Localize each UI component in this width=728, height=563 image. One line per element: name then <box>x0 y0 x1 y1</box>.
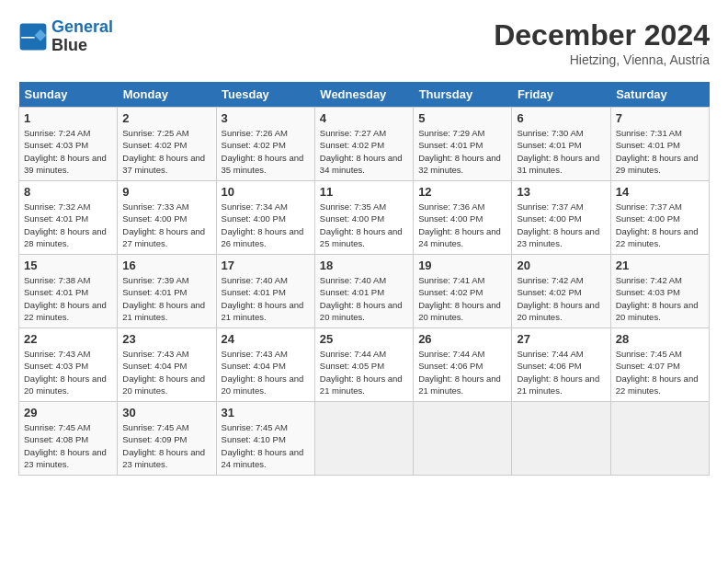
day-number: 7 <box>616 111 704 125</box>
weekday-header-tuesday: Tuesday <box>216 82 314 108</box>
day-number: 20 <box>517 259 605 272</box>
day-info: Sunrise: 7:36 AMSunset: 4:00 PMDaylight:… <box>418 201 506 249</box>
weekday-header-wednesday: Wednesday <box>314 82 413 108</box>
calendar-cell: 4 Sunrise: 7:27 AMSunset: 4:02 PMDayligh… <box>314 108 413 181</box>
weekday-header-row: SundayMondayTuesdayWednesdayThursdayFrid… <box>19 82 710 108</box>
day-info: Sunrise: 7:44 AMSunset: 4:06 PMDaylight:… <box>517 348 605 396</box>
logo-icon <box>18 22 48 52</box>
day-number: 18 <box>320 259 408 272</box>
weekday-header-friday: Friday <box>512 82 610 108</box>
calendar-cell: 13 Sunrise: 7:37 AMSunset: 4:00 PMDaylig… <box>512 181 610 255</box>
calendar-cell: 30 Sunrise: 7:45 AMSunset: 4:09 PMDaylig… <box>118 402 216 476</box>
day-number: 24 <box>222 332 310 346</box>
logo-text: General Blue <box>51 18 113 55</box>
day-info: Sunrise: 7:34 AMSunset: 4:00 PMDaylight:… <box>222 201 310 249</box>
weekday-header-sunday: Sunday <box>19 82 118 108</box>
day-info: Sunrise: 7:39 AMSunset: 4:01 PMDaylight:… <box>122 274 210 323</box>
logo: General Blue <box>18 18 113 55</box>
day-info: Sunrise: 7:33 AMSunset: 4:00 PMDaylight:… <box>122 201 210 249</box>
calendar-week-row: 29 Sunrise: 7:45 AMSunset: 4:08 PMDaylig… <box>19 402 710 476</box>
calendar-cell: 5 Sunrise: 7:29 AMSunset: 4:01 PMDayligh… <box>414 108 512 181</box>
calendar-cell: 25 Sunrise: 7:44 AMSunset: 4:05 PMDaylig… <box>314 328 413 402</box>
calendar-cell: 15 Sunrise: 7:38 AMSunset: 4:01 PMDaylig… <box>19 255 118 328</box>
day-number: 14 <box>616 185 704 199</box>
calendar-cell: 20 Sunrise: 7:42 AMSunset: 4:02 PMDaylig… <box>512 255 610 328</box>
calendar-cell: 23 Sunrise: 7:43 AMSunset: 4:04 PMDaylig… <box>118 328 216 402</box>
calendar-cell: 18 Sunrise: 7:40 AMSunset: 4:01 PMDaylig… <box>314 255 413 328</box>
calendar-cell: 2 Sunrise: 7:25 AMSunset: 4:02 PMDayligh… <box>118 108 216 181</box>
calendar-week-row: 15 Sunrise: 7:38 AMSunset: 4:01 PMDaylig… <box>19 255 710 328</box>
day-number: 19 <box>418 259 506 272</box>
day-info: Sunrise: 7:29 AMSunset: 4:01 PMDaylight:… <box>418 127 506 176</box>
calendar-cell: 22 Sunrise: 7:43 AMSunset: 4:03 PMDaylig… <box>19 328 118 402</box>
calendar-week-row: 1 Sunrise: 7:24 AMSunset: 4:03 PMDayligh… <box>19 108 710 181</box>
day-info: Sunrise: 7:43 AMSunset: 4:03 PMDaylight:… <box>24 348 112 396</box>
day-number: 8 <box>24 185 112 199</box>
day-number: 15 <box>24 259 112 272</box>
day-number: 6 <box>517 111 605 125</box>
day-number: 3 <box>222 111 310 125</box>
day-info: Sunrise: 7:35 AMSunset: 4:00 PMDaylight:… <box>320 201 408 249</box>
calendar-cell <box>314 402 413 476</box>
day-number: 31 <box>222 406 310 419</box>
day-number: 11 <box>320 185 408 199</box>
day-number: 23 <box>122 332 210 346</box>
page-header: General Blue December 2024 Hietzing, Vie… <box>18 18 710 67</box>
day-info: Sunrise: 7:24 AMSunset: 4:03 PMDaylight:… <box>24 127 112 176</box>
day-info: Sunrise: 7:45 AMSunset: 4:10 PMDaylight:… <box>222 421 310 470</box>
logo-line2: Blue <box>51 37 113 55</box>
calendar-cell: 10 Sunrise: 7:34 AMSunset: 4:00 PMDaylig… <box>216 181 314 255</box>
calendar-cell: 27 Sunrise: 7:44 AMSunset: 4:06 PMDaylig… <box>512 328 610 402</box>
day-number: 22 <box>24 332 112 346</box>
day-info: Sunrise: 7:41 AMSunset: 4:02 PMDaylight:… <box>418 274 506 323</box>
day-number: 17 <box>222 259 310 272</box>
calendar-cell: 11 Sunrise: 7:35 AMSunset: 4:00 PMDaylig… <box>314 181 413 255</box>
weekday-header-saturday: Saturday <box>610 82 709 108</box>
calendar-week-row: 8 Sunrise: 7:32 AMSunset: 4:01 PMDayligh… <box>19 181 710 255</box>
day-info: Sunrise: 7:30 AMSunset: 4:01 PMDaylight:… <box>517 127 605 176</box>
day-number: 10 <box>222 185 310 199</box>
day-info: Sunrise: 7:45 AMSunset: 4:08 PMDaylight:… <box>24 421 112 470</box>
day-info: Sunrise: 7:42 AMSunset: 4:03 PMDaylight:… <box>616 274 704 323</box>
day-number: 13 <box>517 185 605 199</box>
calendar-cell: 29 Sunrise: 7:45 AMSunset: 4:08 PMDaylig… <box>19 402 118 476</box>
logo-line1: General <box>51 17 113 36</box>
day-number: 2 <box>122 111 210 125</box>
weekday-header-monday: Monday <box>118 82 216 108</box>
day-number: 25 <box>320 332 408 346</box>
day-number: 26 <box>418 332 506 346</box>
day-info: Sunrise: 7:37 AMSunset: 4:00 PMDaylight:… <box>517 201 605 249</box>
day-number: 12 <box>418 185 506 199</box>
calendar-week-row: 22 Sunrise: 7:43 AMSunset: 4:03 PMDaylig… <box>19 328 710 402</box>
day-number: 27 <box>517 332 605 346</box>
calendar-cell <box>610 402 709 476</box>
calendar-cell: 24 Sunrise: 7:43 AMSunset: 4:04 PMDaylig… <box>216 328 314 402</box>
day-number: 9 <box>122 185 210 199</box>
day-info: Sunrise: 7:25 AMSunset: 4:02 PMDaylight:… <box>122 127 210 176</box>
day-info: Sunrise: 7:43 AMSunset: 4:04 PMDaylight:… <box>122 348 210 396</box>
calendar-cell: 3 Sunrise: 7:26 AMSunset: 4:02 PMDayligh… <box>216 108 314 181</box>
day-info: Sunrise: 7:44 AMSunset: 4:05 PMDaylight:… <box>320 348 408 396</box>
day-info: Sunrise: 7:45 AMSunset: 4:07 PMDaylight:… <box>616 348 704 396</box>
day-number: 30 <box>122 406 210 419</box>
day-info: Sunrise: 7:40 AMSunset: 4:01 PMDaylight:… <box>222 274 310 323</box>
day-info: Sunrise: 7:32 AMSunset: 4:01 PMDaylight:… <box>24 201 112 249</box>
day-info: Sunrise: 7:37 AMSunset: 4:00 PMDaylight:… <box>616 201 704 249</box>
day-number: 4 <box>320 111 408 125</box>
calendar-cell: 8 Sunrise: 7:32 AMSunset: 4:01 PMDayligh… <box>19 181 118 255</box>
calendar-cell: 31 Sunrise: 7:45 AMSunset: 4:10 PMDaylig… <box>216 402 314 476</box>
calendar-cell: 21 Sunrise: 7:42 AMSunset: 4:03 PMDaylig… <box>610 255 709 328</box>
title-block: December 2024 Hietzing, Vienna, Austria <box>494 18 710 67</box>
day-number: 29 <box>24 406 112 419</box>
calendar-cell: 17 Sunrise: 7:40 AMSunset: 4:01 PMDaylig… <box>216 255 314 328</box>
calendar-cell: 12 Sunrise: 7:36 AMSunset: 4:00 PMDaylig… <box>414 181 512 255</box>
day-number: 1 <box>24 111 112 125</box>
calendar-cell <box>512 402 610 476</box>
calendar-cell: 19 Sunrise: 7:41 AMSunset: 4:02 PMDaylig… <box>414 255 512 328</box>
day-info: Sunrise: 7:44 AMSunset: 4:06 PMDaylight:… <box>418 348 506 396</box>
day-info: Sunrise: 7:27 AMSunset: 4:02 PMDaylight:… <box>320 127 408 176</box>
day-number: 21 <box>616 259 704 272</box>
weekday-header-thursday: Thursday <box>414 82 512 108</box>
day-number: 16 <box>122 259 210 272</box>
calendar-cell: 16 Sunrise: 7:39 AMSunset: 4:01 PMDaylig… <box>118 255 216 328</box>
